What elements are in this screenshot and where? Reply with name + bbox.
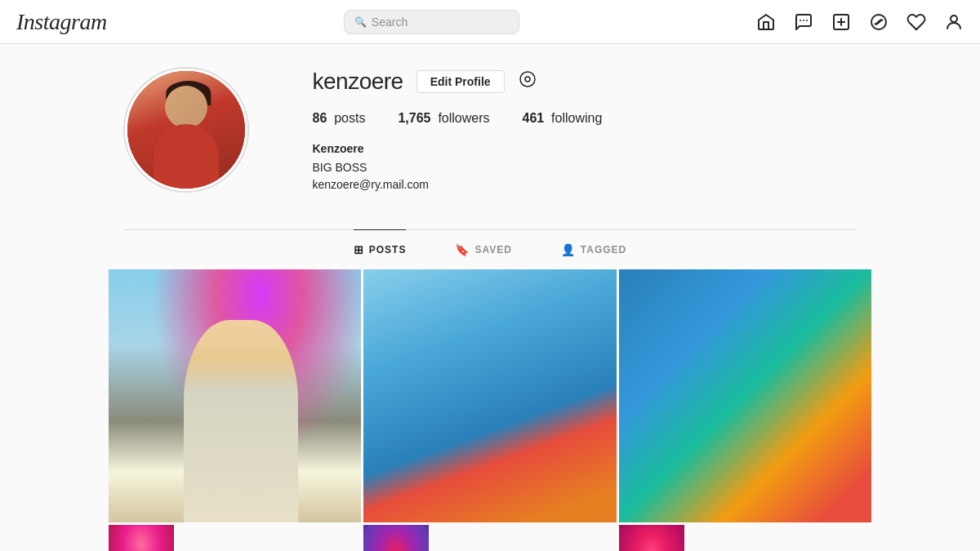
photo-grid bbox=[109, 269, 872, 551]
instagram-logo: Instagram bbox=[16, 9, 107, 35]
avatar bbox=[125, 69, 247, 191]
posts-stat[interactable]: 86 posts bbox=[313, 111, 366, 126]
profile-bio: Kenzoere BIG BOSS kenzoere@ry.mail.com bbox=[313, 140, 856, 193]
activity-icon[interactable] bbox=[906, 12, 926, 32]
tab-saved-label: SAVED bbox=[474, 244, 511, 256]
header-nav bbox=[756, 12, 964, 32]
tab-tagged[interactable]: 👤 TAGGED bbox=[561, 229, 626, 269]
username: kenzoere bbox=[313, 69, 403, 95]
svg-marker-5 bbox=[875, 20, 881, 24]
username-row: kenzoere Edit Profile bbox=[313, 69, 856, 95]
tabs-section: ⊞ POSTS 🔖 SAVED 👤 TAGGED bbox=[109, 229, 872, 269]
following-count: 461 bbox=[523, 111, 545, 125]
following-label: following bbox=[551, 111, 602, 125]
profile-container: kenzoere Edit Profile 86 posts 1,765 fol… bbox=[109, 44, 872, 229]
posts-grid-icon: ⊞ bbox=[354, 243, 364, 256]
grid-item[interactable] bbox=[363, 525, 429, 551]
profile-nav-icon[interactable] bbox=[944, 12, 964, 32]
messenger-icon[interactable] bbox=[794, 12, 813, 32]
grid-item[interactable] bbox=[109, 525, 174, 551]
profile-stats: 86 posts 1,765 followers 461 following bbox=[313, 111, 856, 126]
avatar-wrapper bbox=[125, 69, 247, 191]
header: Instagram 🔍 bbox=[0, 0, 980, 44]
followers-stat[interactable]: 1,765 followers bbox=[398, 111, 489, 126]
tab-tagged-label: TAGGED bbox=[581, 244, 626, 256]
svg-point-8 bbox=[525, 77, 530, 82]
tab-posts-label: POSTS bbox=[369, 244, 407, 256]
tabs-container: ⊞ POSTS 🔖 SAVED 👤 TAGGED bbox=[125, 230, 856, 269]
search-input[interactable] bbox=[372, 16, 509, 29]
followers-count: 1,765 bbox=[398, 111, 430, 125]
edit-profile-button[interactable]: Edit Profile bbox=[416, 70, 505, 93]
followers-label: followers bbox=[438, 111, 489, 125]
grid-item[interactable] bbox=[619, 269, 872, 522]
svg-point-6 bbox=[951, 16, 957, 22]
search-bar[interactable]: 🔍 bbox=[344, 10, 519, 34]
add-post-icon[interactable] bbox=[831, 12, 851, 32]
photo-grid-container bbox=[109, 269, 872, 551]
grid-item[interactable] bbox=[109, 269, 362, 522]
bio-tagline: BIG BOSS bbox=[313, 159, 856, 176]
posts-label: posts bbox=[334, 111, 365, 125]
following-stat[interactable]: 461 following bbox=[523, 111, 603, 126]
grid-item[interactable] bbox=[363, 269, 617, 522]
search-icon: 🔍 bbox=[354, 16, 367, 28]
tab-posts[interactable]: ⊞ POSTS bbox=[354, 229, 407, 269]
posts-count: 86 bbox=[313, 111, 327, 125]
explore-icon[interactable] bbox=[869, 12, 889, 32]
profile-info: kenzoere Edit Profile 86 posts 1,765 fol… bbox=[313, 69, 856, 193]
bio-name: Kenzoere bbox=[313, 140, 856, 158]
bio-email: kenzoere@ry.mail.com bbox=[313, 176, 856, 193]
svg-point-7 bbox=[520, 72, 535, 87]
tagged-person-icon: 👤 bbox=[561, 243, 576, 256]
settings-icon[interactable] bbox=[518, 69, 537, 94]
profile-header: kenzoere Edit Profile 86 posts 1,765 fol… bbox=[125, 69, 856, 229]
saved-bookmark-icon: 🔖 bbox=[455, 243, 470, 256]
home-icon[interactable] bbox=[756, 12, 776, 32]
grid-item[interactable] bbox=[619, 525, 684, 551]
tab-saved[interactable]: 🔖 SAVED bbox=[455, 229, 511, 269]
